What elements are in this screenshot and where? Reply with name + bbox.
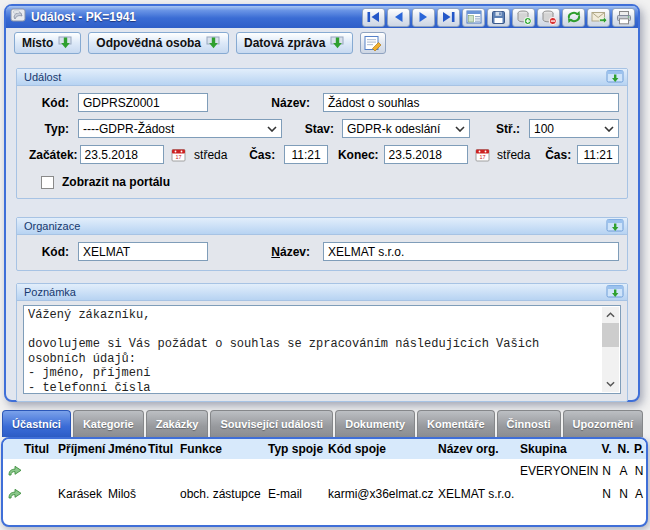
db-add-button[interactable] (512, 8, 535, 27)
nav-first-button[interactable] (362, 8, 385, 27)
event-row-typ-stav-str: Typ: ----GDPR-Žádost Stav: GDPR-k odeslá… (17, 112, 627, 138)
col-v[interactable]: V. (598, 439, 615, 459)
event-section-header: Událost (17, 69, 627, 86)
note-section-title: Poznámka (24, 286, 606, 298)
cas2-label: Čas: (541, 148, 571, 162)
odpovedna-osoba-button[interactable]: Odpovědná osoba (88, 32, 229, 54)
konec-input[interactable]: 23.5.2018 (384, 145, 468, 164)
window-title: Událost - PK=1941 (31, 10, 357, 24)
app-icon (10, 7, 26, 27)
participants-table: Titul Příjmení Jméno Titul Funkce Typ sp… (3, 439, 646, 505)
table-row[interactable]: EVERYONEIN N A N (3, 459, 646, 482)
col-nazev-org[interactable]: Název org. (437, 439, 519, 459)
tab-upozorneni[interactable]: Upozornění (563, 410, 644, 437)
col-titul2[interactable]: Titul (147, 439, 179, 459)
note-section: Poznámka Vážený zákazníku, dovolujeme si… (16, 283, 628, 402)
cas2-input[interactable]: 11:21 (577, 145, 619, 164)
page: Událost - PK=1941 Místo O (0, 0, 650, 530)
osoba-label: Odpovědná osoba (96, 36, 201, 50)
zacatek-label: Začátek: (22, 148, 78, 162)
green-goto-arrow-icon[interactable] (4, 488, 22, 499)
scroll-down-icon[interactable] (602, 376, 619, 392)
svg-text:17: 17 (175, 154, 181, 160)
zprava-label: Datová zpráva (244, 36, 325, 50)
konec-day: středa (497, 148, 530, 162)
calendar-icon[interactable]: 17 (475, 148, 490, 162)
kod-input[interactable]: GDPRSZ0001 (78, 93, 208, 112)
event-section: Událost Kód: GDPRSZ0001 Název: Žádost o … (16, 68, 628, 199)
command-bar: Místo Odpovědná osoba Datová zpráva (6, 28, 638, 57)
note-textarea[interactable]: Vážený zákazníku, dovolujeme si Vás požá… (23, 305, 621, 394)
portal-checkbox-row: Zobrazit na portálu (41, 175, 627, 189)
participants-panel: Titul Příjmení Jméno Titul Funkce Typ sp… (1, 437, 648, 527)
tab-komentare[interactable]: Komentáře (417, 410, 494, 437)
refresh-button[interactable] (562, 8, 585, 27)
str-select[interactable]: 100 (529, 119, 619, 138)
chevron-down-icon (455, 126, 465, 132)
send-mail-button[interactable] (587, 8, 610, 27)
tab-zakazky[interactable]: Zakázky (146, 410, 209, 437)
tab-dokumenty[interactable]: Dokumenty (335, 410, 415, 437)
stav-value: GDPR-k odeslání (347, 122, 440, 136)
col-funkce[interactable]: Funkce (179, 439, 267, 459)
note-scrollbar[interactable] (602, 307, 619, 392)
db-delete-button[interactable] (537, 8, 560, 27)
edit-note-button[interactable] (360, 32, 386, 54)
event-row-kod-nazev: Kód: GDPRSZ0001 Název: Žádost o souhlas (17, 86, 627, 112)
col-skupina[interactable]: Skupina (519, 439, 598, 459)
chevron-down-icon (604, 126, 614, 132)
col-prijmeni[interactable]: Příjmení (57, 439, 107, 459)
col-kod-spoje[interactable]: Kód spoje (327, 439, 437, 459)
tab-souvisejici[interactable]: Související události (210, 410, 333, 437)
event-row-dates: Začátek: 23.5.2018 17 středa Čas: 11:21 … (17, 138, 627, 164)
kod-label: Kód: (17, 96, 69, 110)
chevron-down-icon (267, 126, 277, 132)
table-row[interactable]: Karásek Miloš obch. zástupce E-mail karm… (3, 482, 646, 505)
tab-ucastnici[interactable]: Účastníci (2, 410, 71, 437)
scroll-up-icon[interactable] (602, 307, 619, 323)
cas1-input[interactable]: 11:21 (284, 145, 328, 164)
cas1-label: Čas: (243, 148, 275, 162)
nav-last-button[interactable] (437, 8, 460, 27)
stav-select[interactable]: GDPR-k odeslání (342, 119, 470, 138)
org-nazev-input[interactable]: XELMAT s.r.o. (323, 242, 619, 261)
note-text: Vážený zákazníku, dovolujeme si Vás požá… (28, 308, 600, 391)
misto-button[interactable]: Místo (14, 32, 81, 54)
konec-label: Konec: (335, 148, 379, 162)
col-jmeno[interactable]: Jméno (107, 439, 147, 459)
datova-zprava-button[interactable]: Datová zpráva (236, 32, 353, 54)
window-down-arrow-icon[interactable] (606, 219, 624, 234)
nav-next-button[interactable] (412, 8, 435, 27)
nav-prev-button[interactable] (387, 8, 410, 27)
green-down-arrow-icon (58, 36, 73, 49)
stav-label: Stav: (296, 122, 334, 136)
print-button[interactable] (612, 8, 635, 27)
col-n[interactable]: N. (615, 439, 632, 459)
zacatek-day: středa (194, 148, 227, 162)
zacatek-input[interactable]: 23.5.2018 (80, 145, 164, 164)
arrow-column-header (3, 439, 23, 459)
green-down-arrow-icon (206, 36, 221, 49)
organization-section: Organizace Kód: XELMAT Název: XELMAT s.r… (16, 217, 628, 271)
nazev-label: Název: (240, 96, 310, 110)
tab-kategorie[interactable]: Kategorie (73, 410, 144, 437)
org-kod-input[interactable]: XELMAT (78, 242, 208, 261)
nazev-input[interactable]: Žádost o souhlas (323, 93, 619, 112)
grid-form-button[interactable] (462, 8, 485, 27)
save-button[interactable] (487, 8, 510, 27)
window-down-arrow-icon[interactable] (606, 285, 624, 300)
col-p[interactable]: P. (632, 439, 646, 459)
scrollbar-track[interactable] (602, 347, 619, 376)
green-goto-arrow-icon[interactable] (4, 465, 22, 476)
titlebar: Událost - PK=1941 (6, 6, 638, 28)
event-window: Událost - PK=1941 Místo O (4, 4, 640, 402)
col-typ-spoje[interactable]: Typ spoje (267, 439, 327, 459)
scrollbar-thumb[interactable] (602, 323, 619, 347)
skupina-cell: EVERYONEIN (519, 459, 598, 482)
window-down-arrow-icon[interactable] (606, 70, 624, 85)
portal-checkbox[interactable] (41, 176, 54, 189)
typ-select[interactable]: ----GDPR-Žádost (78, 119, 282, 138)
tab-cinnosti[interactable]: Činnosti (497, 410, 561, 437)
col-titul[interactable]: Titul (23, 439, 57, 459)
calendar-icon[interactable]: 17 (171, 148, 186, 162)
